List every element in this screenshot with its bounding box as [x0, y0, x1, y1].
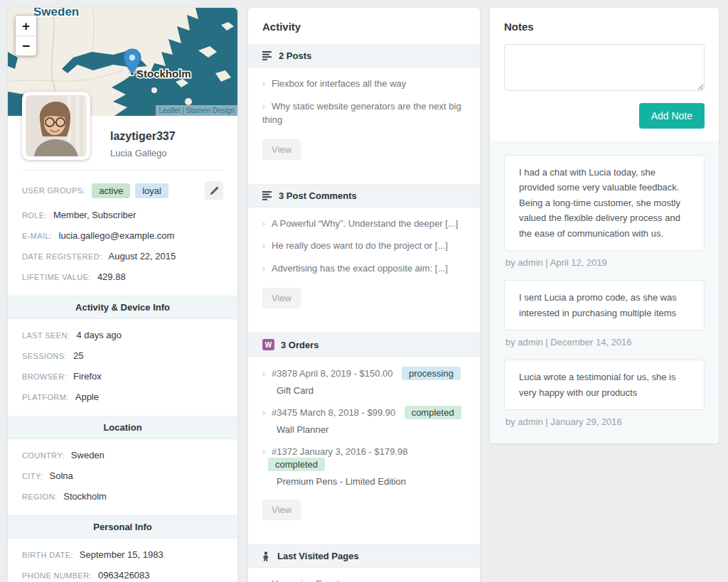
post-item: Why static website generators are the ne…: [262, 100, 466, 127]
field-label: REGION:: [22, 492, 57, 501]
field-label: BROWSER:: [22, 372, 67, 381]
field-sessions: SESSIONS: 25: [8, 345, 237, 366]
field-label: E-MAIL:: [22, 232, 53, 240]
order-status-badge: completed: [268, 458, 325, 471]
note-meta: by admin | December 14, 2016: [505, 337, 705, 347]
post-item: Flexbox for interfaces all the way: [262, 77, 466, 91]
pencil-icon: [210, 186, 219, 195]
comments-section-header: 3 Post Comments: [248, 184, 480, 208]
field-user-groups: USER GROUPS: active loyal: [8, 176, 237, 205]
field-country: COUNTRY: Sweden: [8, 445, 237, 465]
field-label: ROLE:: [22, 211, 47, 220]
comment-item: He really does want to do the project or…: [262, 239, 466, 253]
field-label: LAST SEEN:: [22, 331, 70, 340]
view-comments-button[interactable]: View: [262, 288, 301, 308]
map-attribution[interactable]: Leaflet | Stamen Design: [156, 105, 237, 116]
edit-user-groups-button[interactable]: [205, 181, 223, 200]
field-value: Member, Subscriber: [53, 210, 136, 220]
field-label: LIFETIME VALUE:: [22, 273, 91, 281]
personal-info-rows: BIRTH DATE: September 15, 1983 PHONE NUM…: [8, 539, 237, 582]
note-text: I sent Lucia a promo code, as she was in…: [504, 280, 705, 330]
section-header-location: Location: [8, 416, 237, 439]
order-item: #3878 April 8, 2019 - $150.00 processing…: [262, 367, 466, 396]
order-product: Premium Pens - Limited Edition: [277, 476, 466, 487]
profile-card: Sweden Stockholm + − Leaflet | Stamen De…: [7, 7, 238, 582]
identity-block: lazytiger337 Lucia Gallego: [103, 116, 237, 170]
field-label: PLATFORM:: [22, 393, 69, 402]
comments-icon: [262, 191, 272, 200]
activity-card: Activity 2 Posts Flexbox for interfaces …: [247, 7, 481, 582]
comments-list: A Powerful “Why”. Understand the deeper …: [248, 208, 480, 325]
field-label: USER GROUPS:: [22, 186, 85, 195]
visited-page-item: Upcoming Events: [262, 578, 466, 582]
field-value: Firefox: [73, 371, 102, 382]
field-phone-number: PHONE NUMBER: 0963426083: [8, 565, 237, 582]
full-name: Lucia Gallego: [110, 148, 230, 158]
field-value: 0963426083: [98, 570, 149, 581]
field-label: CITY:: [22, 472, 43, 480]
note-text: I had a chat with Lucia today, she provi…: [504, 155, 705, 251]
field-value: September 15, 1983: [80, 549, 164, 560]
view-posts-button[interactable]: View: [262, 139, 301, 160]
field-value: Apple: [75, 392, 99, 402]
order-item: #3475 March 8, 2018 - $99.90 completed W…: [262, 406, 466, 435]
field-lifetime-value: LIFETIME VALUE: 429.88: [8, 266, 237, 287]
note-text: Lucia wrote a testimonial for us, she is…: [504, 360, 705, 410]
comment-item: A Powerful “Why”. Understand the deeper …: [262, 217, 466, 231]
field-label: PHONE NUMBER:: [22, 571, 92, 580]
new-note-input[interactable]: [504, 44, 705, 91]
note-meta: by admin | April 12, 2019: [505, 257, 705, 268]
notes-panel-title: Notes: [490, 8, 719, 44]
order-line: #1372 January 3, 2016 - $179.98: [262, 446, 408, 457]
order-product: Gift Card: [277, 385, 466, 396]
comment-item: Advertising has the exact opposite aim: …: [262, 262, 466, 276]
orders-section-title: 3 Orders: [281, 340, 318, 350]
location-rows: COUNTRY: Sweden CITY: Solna REGION: Stoc…: [8, 439, 237, 511]
user-group-badge: loyal: [135, 183, 168, 198]
user-profile-page: Sweden Stockholm + − Leaflet | Stamen De…: [0, 0, 728, 582]
order-product: Wall Planner: [277, 424, 466, 435]
map-zoom-in-button[interactable]: +: [16, 16, 36, 36]
avatar: [22, 92, 90, 160]
field-email: E-MAIL: lucia.gallego@example.com: [8, 225, 237, 246]
posts-icon: [262, 51, 272, 60]
woocommerce-icon: W: [262, 339, 274, 350]
notes-list: I had a chat with Lucia today, she provi…: [490, 141, 719, 443]
add-note-button[interactable]: Add Note: [639, 103, 705, 129]
view-orders-button[interactable]: View: [262, 500, 301, 520]
field-label: DATE REGISTERED:: [22, 252, 102, 261]
note-meta: by admin | January 29, 2016: [505, 416, 705, 427]
visited-pages-section-header: Last Visited Pages: [248, 544, 480, 568]
field-last-seen: LAST SEEN: 4 days ago: [8, 325, 237, 345]
field-role: ROLE: Member, Subscriber: [8, 205, 237, 225]
comments-section-title: 3 Post Comments: [279, 190, 357, 201]
orders-section-header: W 3 Orders: [248, 333, 480, 357]
field-region: REGION: Stockholm: [8, 486, 237, 507]
order-status-badge: completed: [405, 406, 461, 419]
field-value: 429.88: [97, 271, 126, 282]
field-value: Sweden: [71, 450, 105, 460]
field-value: 25: [73, 350, 83, 361]
notes-card: Notes Add Note I had a chat with Lucia t…: [489, 7, 719, 444]
map-zoom-out-button[interactable]: −: [16, 36, 36, 55]
orders-list: #3878 April 8, 2019 - $150.00 processing…: [248, 357, 480, 536]
field-value: lucia.gallego@example.com: [59, 230, 175, 241]
order-line: #3878 April 8, 2019 - $150.00: [262, 368, 393, 379]
order-item: #1372 January 3, 2016 - $179.98 complete…: [262, 445, 466, 487]
posts-list: Flexbox for interfaces all the way Why s…: [248, 68, 480, 176]
add-note-row: Add Note: [504, 103, 705, 129]
field-label: SESSIONS:: [22, 352, 67, 360]
user-group-badge: active: [92, 183, 130, 198]
field-value: Solna: [50, 470, 73, 481]
field-browser: BROWSER: Firefox: [8, 366, 237, 387]
visited-pages-section-title: Last Visited Pages: [277, 551, 359, 561]
field-birth-date: BIRTH DATE: September 15, 1983: [8, 544, 237, 565]
username: lazytiger337: [110, 130, 230, 143]
activity-device-rows: LAST SEEN: 4 days ago SESSIONS: 25 BROWS…: [8, 319, 237, 411]
map-country-label: Sweden: [33, 8, 79, 18]
field-value: Stockholm: [63, 491, 107, 502]
section-header-personal-info: Personal Info: [8, 515, 237, 539]
field-platform: PLATFORM: Apple: [8, 387, 237, 407]
field-date-registered: DATE REGISTERED: August 22, 2015: [8, 246, 237, 266]
field-label: COUNTRY:: [22, 451, 65, 460]
